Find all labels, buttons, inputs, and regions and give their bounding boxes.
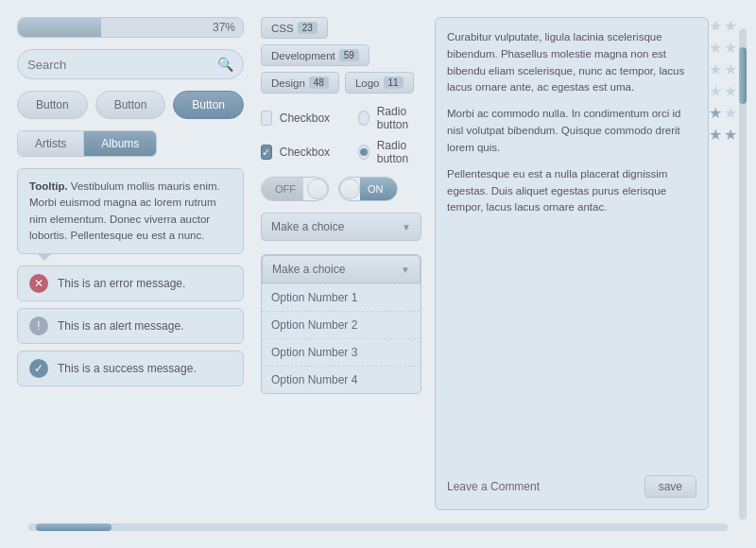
alert-icon: ! (29, 317, 48, 335)
buttons-row: Button Button Button (17, 91, 244, 119)
comment-footer: Leave a Comment save (447, 475, 696, 498)
error-icon: ✕ (29, 274, 48, 293)
comment-text: Curabitur vulputate, ligula lacinia scel… (447, 29, 696, 216)
checkbox-1-label: Checkbox (280, 111, 330, 125)
tags-row: CSS 23 Development 59 Design 48 Logo 11 (261, 17, 421, 94)
dropdown-option-2[interactable]: Option Number 2 (262, 311, 421, 338)
tag-design[interactable]: Design 48 (261, 72, 339, 94)
checkbox-2-label: Checkbox (280, 146, 330, 159)
toggle-off[interactable]: OFF (261, 177, 329, 201)
tab-artists[interactable]: Artists (18, 131, 84, 156)
star: ★ (709, 39, 722, 57)
success-icon: ✓ (29, 359, 48, 378)
progress-bar: 37% (17, 17, 244, 38)
star: ★ (709, 126, 722, 144)
dropdown-open-placeholder: Make a choice (272, 263, 345, 276)
toggle-on-label: ON (360, 178, 397, 200)
toggle-on[interactable]: ON (338, 177, 398, 201)
dropdown-option-4[interactable]: Option Number 4 (262, 366, 421, 393)
scrollbar-thumb (36, 523, 112, 531)
middle-column: CSS 23 Development 59 Design 48 Logo 11 … (261, 17, 421, 531)
tab-albums[interactable]: Albums (84, 131, 156, 156)
right-scrollbar-thumb (739, 47, 747, 104)
chevron-down-icon: ▼ (402, 222, 411, 232)
checkbox-2[interactable] (261, 145, 272, 160)
success-message: ✓ This is a success message. (17, 351, 244, 386)
toggles-row: OFF ON (261, 177, 421, 201)
search-bar[interactable]: 🔍 (17, 49, 244, 79)
star: ★ (709, 60, 722, 78)
dropdown-open[interactable]: Make a choice ▼ Option Number 1 Option N… (261, 254, 421, 394)
alert-message: ! This is an alert message. (17, 308, 244, 344)
dropdown-option-3[interactable]: Option Number 3 (262, 338, 421, 366)
radio-2[interactable] (358, 145, 369, 160)
radio-1[interactable] (358, 111, 369, 126)
dropdown-trigger-closed[interactable]: Make a choice ▼ (261, 213, 421, 241)
star: ★ (724, 82, 737, 100)
search-icon: 🔍 (217, 57, 233, 72)
bottom-scrollbar[interactable] (28, 523, 728, 531)
comment-para-1: Curabitur vulputate, ligula lacinia scel… (447, 29, 696, 96)
tag-design-label: Design (271, 77, 305, 89)
error-message: ✕ This is an error message. (17, 265, 244, 301)
checkbox-row-2: Checkbox Radio button (261, 139, 421, 165)
toggle-off-knob (307, 179, 328, 199)
right-scrollbar[interactable] (739, 28, 747, 520)
comment-box: Curabitur vulputate, ligula lacinia scel… (435, 17, 709, 510)
search-input[interactable] (27, 58, 217, 72)
left-column: 37% 🔍 Button Button Button Artists Album… (17, 17, 244, 531)
tag-css[interactable]: CSS 23 (261, 17, 328, 39)
leave-comment-label: Leave a Comment (447, 480, 540, 493)
alert-text: This is an alert message. (58, 319, 183, 333)
form-controls: Checkbox Radio button Checkbox Radio but… (261, 105, 421, 165)
star: ★ (709, 17, 722, 35)
dropdown-placeholder: Make a choice (271, 220, 344, 233)
button-2[interactable]: Button (95, 91, 166, 119)
radio-1-label: Radio button (377, 105, 421, 131)
tag-logo-count: 11 (384, 77, 404, 89)
tag-logo[interactable]: Logo 11 (345, 72, 414, 94)
toggle-off-label: OFF (262, 178, 303, 200)
save-button[interactable]: save (644, 475, 696, 498)
tag-development-label: Development (271, 50, 335, 61)
progress-fill (18, 18, 101, 37)
tabs-row: Artists Albums (17, 130, 157, 157)
checkbox-row-1: Checkbox Radio button (261, 105, 421, 131)
chevron-down-icon-2: ▼ (401, 265, 410, 275)
star: ★ (724, 126, 737, 144)
tag-css-count: 23 (298, 22, 318, 34)
dropdown-closed[interactable]: Make a choice ▼ (261, 213, 421, 241)
radio-2-label: Radio button (377, 139, 421, 165)
dropdown-option-1[interactable]: Option Number 1 (262, 283, 421, 311)
tag-design-count: 48 (309, 77, 329, 89)
progress-label: 37% (213, 21, 235, 34)
star: ★ (724, 60, 737, 78)
comment-para-2: Morbi ac commodo nulla. In condimentum o… (447, 106, 696, 156)
star: ★ (709, 82, 722, 100)
tag-development[interactable]: Development 59 (261, 44, 369, 66)
success-text: This is a success message. (58, 362, 197, 375)
tag-css-label: CSS (271, 23, 294, 34)
tag-logo-label: Logo (355, 77, 380, 89)
star: ★ (724, 39, 737, 57)
tooltip-bold: Tooltip. (29, 180, 68, 192)
error-text: This is an error message. (58, 277, 185, 290)
tooltip-box: Tooltip. Vestibulum mollis mauris enim. … (17, 168, 244, 254)
tag-development-count: 59 (339, 49, 359, 61)
star: ★ (724, 17, 737, 35)
dropdown-trigger-open[interactable]: Make a choice ▼ (262, 255, 421, 283)
messages-list: ✕ This is an error message. ! This is an… (17, 265, 244, 386)
comment-para-3: Pellentesque eu est a nulla placerat dig… (447, 166, 696, 216)
checkbox-1[interactable] (261, 111, 272, 126)
toggle-on-knob (339, 179, 360, 199)
star: ★ (709, 104, 722, 122)
button-3[interactable]: Button (173, 91, 244, 119)
button-1[interactable]: Button (17, 91, 88, 119)
star: ★ (724, 104, 737, 122)
